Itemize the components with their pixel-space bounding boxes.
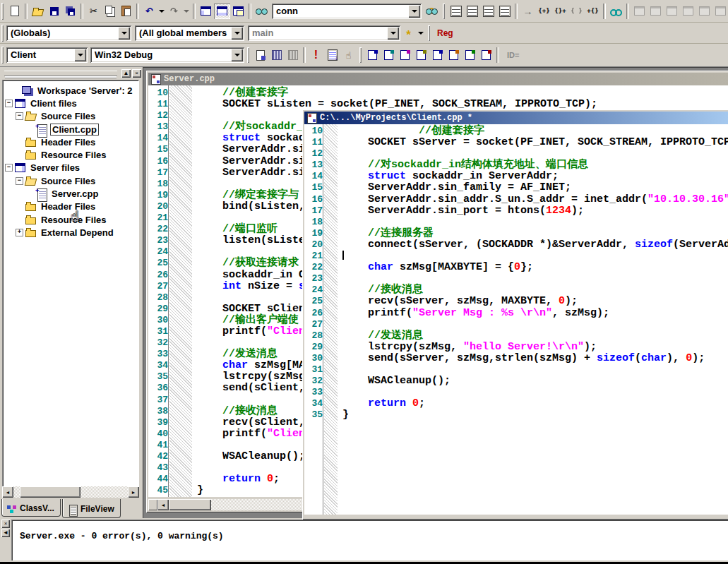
workspace-pane-toggle[interactable] bbox=[198, 4, 214, 19]
code-line[interactable]: 22 char szMsg[MAXBYTE] = {0}; bbox=[304, 262, 728, 273]
save-all-button[interactable] bbox=[62, 4, 78, 19]
expand-toggle-icon[interactable] bbox=[5, 164, 13, 172]
scrollbar-thumb[interactable] bbox=[169, 499, 211, 510]
code-text[interactable]: //接收消息 bbox=[194, 406, 278, 417]
code-text[interactable]: SOCKET sClient bbox=[194, 304, 311, 315]
browse-info-button[interactable] bbox=[608, 4, 624, 19]
code-text[interactable]: //获取连接请求 bbox=[194, 258, 299, 269]
code-text[interactable]: bind(sListen, bbox=[194, 201, 305, 212]
project-combo[interactable]: Client bbox=[6, 47, 88, 63]
code-text[interactable]: struct sockadd bbox=[194, 133, 311, 144]
tree-item-label[interactable]: Header Files bbox=[40, 137, 97, 148]
variables-window-button[interactable] bbox=[648, 4, 664, 19]
client-editor-window[interactable]: C:\...\MyProjects\Client.cpp * 10 //创建套接… bbox=[302, 109, 728, 520]
breakpoint-button[interactable]: ☝ bbox=[340, 47, 357, 63]
code-text[interactable]: int nSize = si bbox=[194, 281, 311, 292]
tree-item-external-dependencies[interactable]: External Depend bbox=[2, 226, 139, 239]
find-combo-dropdown[interactable] bbox=[408, 5, 420, 18]
compile-button[interactable] bbox=[252, 47, 268, 63]
undo-dropdown[interactable] bbox=[157, 4, 166, 19]
scrollbar-thumb[interactable] bbox=[20, 486, 80, 498]
code-text[interactable]: printf("Client bbox=[194, 428, 311, 440]
code-line[interactable]: 20 connect(sServer, (SOCKADDR *)&ServerA… bbox=[304, 239, 728, 251]
function-combo[interactable]: main bbox=[248, 25, 400, 41]
expand-toggle-icon[interactable] bbox=[5, 100, 13, 107]
code-text[interactable]: lstrcpy(szMsg, bbox=[194, 371, 311, 383]
tree-item-label[interactable]: Source Files bbox=[40, 111, 97, 121]
code-line[interactable]: 21 bbox=[304, 251, 728, 262]
search-button[interactable]: ? bbox=[424, 4, 440, 19]
tree-item-label[interactable]: Header Files bbox=[40, 201, 97, 212]
code-line[interactable]: 10 //创建套接字 bbox=[304, 126, 728, 137]
code-text[interactable]: //发送消息 bbox=[340, 330, 423, 342]
base-classes-button[interactable] bbox=[464, 4, 480, 19]
tree-item-label[interactable]: Client.cpp bbox=[50, 124, 99, 136]
wizard-action-button[interactable]: * bbox=[400, 25, 417, 41]
code-text[interactable]: ServerAddr.sin bbox=[194, 167, 311, 179]
code-text[interactable]: connect(sServer, (SOCKADDR *)&ServerAddr… bbox=[340, 239, 728, 251]
watch-window-button[interactable] bbox=[631, 4, 648, 19]
call-graph-button[interactable] bbox=[496, 4, 513, 19]
resource-tool-8-button[interactable] bbox=[478, 47, 494, 63]
code-text[interactable]: ServerAddr.sin_family = AF_INET; bbox=[340, 182, 571, 193]
tree-item-header-files-client[interactable]: Header Files bbox=[2, 136, 139, 148]
code-text[interactable]: //发送消息 bbox=[194, 349, 278, 360]
code-text[interactable]: SOCKET sListen = socket(PF_INET, SOCK_ST… bbox=[194, 99, 597, 110]
resource-tool-6-button[interactable] bbox=[446, 47, 462, 63]
code-text[interactable]: printf("Server Msg : %s \r\n", szMsg); bbox=[340, 308, 609, 319]
configuration-combo-value[interactable]: Win32 Debug bbox=[90, 47, 229, 63]
code-text[interactable]: } bbox=[194, 485, 203, 496]
code-text[interactable]: printf("Client bbox=[194, 326, 311, 337]
code-text[interactable]: //连接服务器 bbox=[340, 228, 434, 239]
code-line[interactable]: 32 WSACleanup(); bbox=[304, 376, 728, 387]
server-window-titlebar[interactable]: Server.cpp bbox=[148, 73, 728, 85]
tree-item-label[interactable]: External Depend bbox=[40, 227, 115, 238]
code-text[interactable]: //创建套接字 bbox=[194, 88, 288, 99]
open-file-button[interactable] bbox=[30, 4, 46, 19]
previous-definition-button[interactable]: {}+ bbox=[552, 4, 568, 19]
toolbar-gripper[interactable] bbox=[359, 47, 362, 63]
tree-item-label[interactable]: Resource Files bbox=[40, 215, 108, 225]
reg-button[interactable]: Reg bbox=[437, 28, 453, 38]
code-text[interactable]: ServerAddr.sin bbox=[194, 144, 311, 155]
configuration-combo-dropdown[interactable] bbox=[231, 49, 243, 61]
stop-build-button[interactable] bbox=[285, 47, 301, 63]
tree-item-label[interactable]: Client files bbox=[29, 98, 78, 109]
tree-item-label[interactable]: Workspace 'Server': 2 bbox=[36, 85, 134, 96]
find-in-files-button[interactable] bbox=[253, 4, 270, 19]
code-line[interactable]: 30 send(sServer, szMsg,strlen(szMsg) + s… bbox=[304, 353, 728, 364]
code-text[interactable]: } bbox=[340, 409, 349, 421]
code-text[interactable]: ServerAddr.sin_addr.S_un.S_addr = inet_a… bbox=[340, 194, 728, 205]
code-line[interactable]: 24 //接收消息 bbox=[304, 284, 728, 296]
resource-tool-4-button[interactable] bbox=[413, 47, 429, 63]
output-pane-toggle[interactable] bbox=[214, 4, 230, 19]
scroll-left-icon[interactable]: ◄ bbox=[157, 499, 169, 510]
code-text[interactable]: SOCKET sServer = socket(PF_INET, SOCK_ST… bbox=[340, 137, 728, 148]
registers-window-button[interactable] bbox=[664, 4, 680, 19]
code-line[interactable]: 15 ServerAddr.sin_family = AF_INET; bbox=[304, 182, 728, 193]
memory-window-button[interactable] bbox=[680, 4, 696, 19]
members-combo-dropdown[interactable] bbox=[231, 27, 243, 40]
call-stack-window-button[interactable] bbox=[696, 4, 712, 19]
next-definition-button[interactable]: {+} bbox=[536, 4, 552, 19]
code-line[interactable]: 11 SOCKET sListen = socket(PF_INET, SOCK… bbox=[148, 99, 728, 110]
members-combo-value[interactable]: (All global members bbox=[135, 25, 229, 41]
code-line[interactable]: 29 lstrcpy(szMsg, "hello Server!\r\n"); bbox=[304, 342, 728, 353]
toolbar-gripper[interactable] bbox=[1, 47, 4, 64]
disassembly-window-button[interactable] bbox=[712, 4, 728, 19]
code-line[interactable]: 11 SOCKET sServer = socket(PF_INET, SOCK… bbox=[304, 137, 728, 148]
panel-collapse-button[interactable]: ▲ bbox=[121, 69, 131, 78]
configuration-combo[interactable]: Win32 Debug bbox=[90, 47, 244, 63]
code-text[interactable]: //输出客户端使 bbox=[194, 315, 299, 326]
code-text[interactable]: sockaddr_in Cl bbox=[194, 270, 311, 281]
resource-tool-1-button[interactable] bbox=[364, 47, 381, 63]
expand-toggle-icon[interactable] bbox=[16, 177, 23, 185]
tree-item-header-files-server[interactable]: Header Files bbox=[2, 200, 139, 213]
code-text[interactable]: //对sockaddr_in结构体填充地址、端口信息 bbox=[340, 160, 588, 171]
toolbar-gripper[interactable] bbox=[428, 25, 430, 41]
code-text[interactable]: //创建套接字 bbox=[340, 126, 484, 137]
code-text[interactable]: //对sockaddr_i bbox=[194, 121, 309, 133]
toolbar-gripper[interactable] bbox=[1, 25, 4, 42]
panel-close-button[interactable]: × bbox=[132, 69, 141, 78]
class-combo[interactable]: (Globals) bbox=[6, 25, 131, 41]
